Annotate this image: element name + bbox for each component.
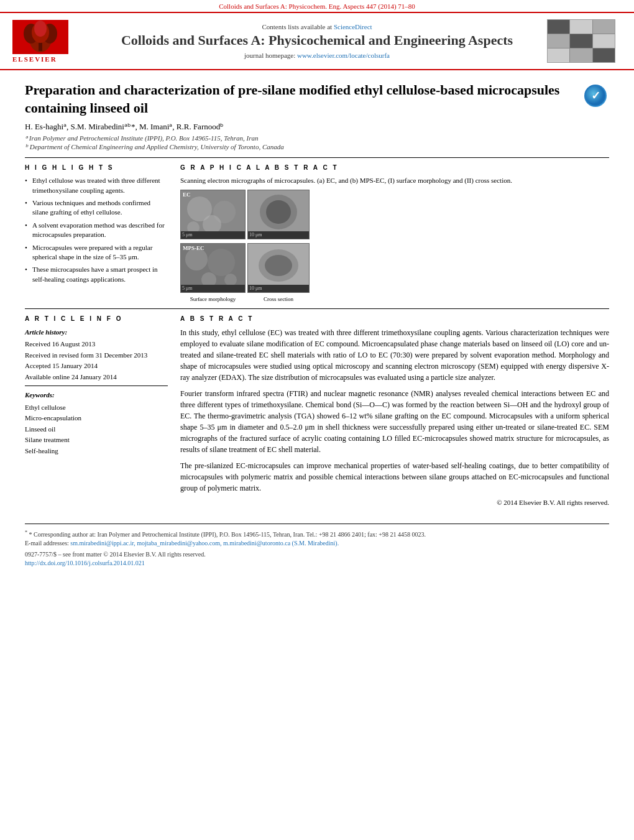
micro-cell-mps-cross: 10 μm xyxy=(247,243,310,293)
thumb-cell-9 xyxy=(593,48,615,62)
affiliation-a: ᵃ Iran Polymer and Petrochemical Institu… xyxy=(25,134,609,142)
section-divider-1 xyxy=(25,157,609,158)
micro-row-2: MPS-EC 5 μm xyxy=(180,243,609,293)
elsevier-label: ELSEVIER xyxy=(12,55,57,63)
journal-title: Colloids and Surfaces A: Physicochemical… xyxy=(93,32,541,50)
svg-point-19 xyxy=(208,249,235,276)
crossmark-logo: ✓ xyxy=(584,85,609,109)
highlight-item-2: Various techniques and methods confirmed… xyxy=(25,198,168,218)
footer-note-text: * Corresponding author at: Iran Polymer … xyxy=(29,531,426,538)
elsevier-tree-svg xyxy=(12,20,68,54)
highlight-item-4: Microcapsules were prepared with a regul… xyxy=(25,243,168,262)
micro-cell-ec-cross: 10 μm xyxy=(247,190,310,239)
micro-row-1: EC 5 μm xyxy=(180,190,609,239)
footer-email: E-mail addresses: sm.mirabedini@ippi.ac.… xyxy=(25,539,609,548)
footer-email-label: E-mail addresses: xyxy=(25,540,69,547)
authors-text: H. Es-haghiᵃ, S.M. Mirabediniᵃᵇ*, M. Ima… xyxy=(25,122,224,131)
content-area: Preparation and characterization of pre-… xyxy=(0,70,634,517)
keyword-5: Self-healing xyxy=(25,446,168,457)
elsevier-tree-graphic xyxy=(12,20,68,54)
journal-thumbnail xyxy=(547,19,622,63)
affiliation-b: ᵇ Department of Chemical Engineering and… xyxy=(25,143,609,151)
svg-point-24 xyxy=(265,255,292,276)
highlight-item-5: These microcapsules have a smart prospec… xyxy=(25,265,168,284)
elsevier-logo: ELSEVIER xyxy=(12,20,87,63)
micro-scalebar-1: 5 μm xyxy=(182,232,193,238)
svg-point-16 xyxy=(266,200,291,224)
available-date: Available online 24 January 2014 xyxy=(25,372,168,382)
microscopy-images: EC 5 μm xyxy=(180,190,609,302)
keywords-heading: Keywords: xyxy=(25,390,168,400)
section-divider-2 xyxy=(25,308,609,309)
footnote-star: * xyxy=(25,530,27,535)
micro-label-ec: EC xyxy=(183,192,191,198)
graphical-abstract-caption: Scanning electron micrographs of microca… xyxy=(180,176,609,185)
footer-note: * * Corresponding author at: Iran Polyme… xyxy=(25,529,609,539)
micro-cell-ec-surface: EC 5 μm xyxy=(180,190,246,239)
graphical-abstract-column: G R A P H I C A L A B S T R A C T Scanni… xyxy=(180,164,609,302)
thumb-cell-5 xyxy=(570,34,592,48)
highlight-item-3: A solvent evaporation method was describ… xyxy=(25,221,168,240)
svg-point-21 xyxy=(224,274,237,286)
micro-scalebar-4: 10 μm xyxy=(249,285,262,291)
thumb-cell-2 xyxy=(570,20,592,34)
journal-citation-text: Colloids and Surfaces A: Physicochem. En… xyxy=(219,2,415,10)
journal-thumb-image xyxy=(547,19,615,63)
accepted-date: Accepted 15 January 2014 xyxy=(25,361,168,371)
contents-available: Contents lists available at ScienceDirec… xyxy=(93,23,541,30)
article-info-column: A R T I C L E I N F O Article history: R… xyxy=(25,315,168,506)
abstract-column: A B S T R A C T In this study, ethyl cel… xyxy=(180,315,609,506)
footer-email-links[interactable]: sm.mirabedini@ippi.ac.ir, mojtaba_mirabe… xyxy=(70,540,339,547)
article-info-abstract-columns: A R T I C L E I N F O Article history: R… xyxy=(25,315,609,506)
footer-doi-link[interactable]: http://dx.doi.org/10.1016/j.colsurfa.201… xyxy=(25,560,145,566)
received-date: Received 16 August 2013 xyxy=(25,339,168,349)
micro-scalebar-3: 5 μm xyxy=(182,285,193,291)
svg-point-18 xyxy=(185,248,208,270)
micro-cell-mps-surface: MPS-EC 5 μm xyxy=(180,243,246,293)
svg-text:✓: ✓ xyxy=(591,90,600,102)
abstract-para-1: In this study, ethyl cellulose (EC) was … xyxy=(180,327,609,383)
micro-labels-row: Surface morphology Cross section xyxy=(180,296,609,302)
abstract-para-3: The pre-silanized EC-microcapsules can i… xyxy=(180,460,609,494)
highlights-column: H I G H L I G H T S Ethyl cellulose was … xyxy=(25,164,168,302)
highlight-item-1: Ethyl cellulose was treated with three d… xyxy=(25,176,168,195)
thumb-cell-3 xyxy=(593,20,615,34)
journal-header: ELSEVIER Contents lists available at Sci… xyxy=(0,13,634,70)
keyword-3: Linseed oil xyxy=(25,424,168,435)
article-history-heading: Article history: xyxy=(25,327,168,338)
footer-issn: 0927-7757/$ – see front matter © 2014 El… xyxy=(25,551,609,558)
section-divider-3 xyxy=(25,385,168,386)
journal-title-section: Contents lists available at ScienceDirec… xyxy=(93,23,541,59)
journal-homepage-link[interactable]: www.elsevier.com/locate/colsurfa xyxy=(297,52,390,59)
svg-rect-4 xyxy=(39,42,42,51)
keyword-1: Ethyl cellulose xyxy=(25,402,168,413)
revised-date: Received in revised form 31 December 201… xyxy=(25,350,168,361)
micro-label-right: Cross section xyxy=(247,296,310,302)
keywords-list: Ethyl cellulose Micro-encapsulation Lins… xyxy=(25,402,168,457)
thumb-cell-8 xyxy=(570,48,592,62)
abstract-text: In this study, ethyl cellulose (EC) was … xyxy=(180,327,609,494)
crossmark-svg: ✓ xyxy=(585,85,606,106)
article-info-content: Article history: Received 16 August 2013… xyxy=(25,327,168,457)
paper-title-section: Preparation and characterization of pre-… xyxy=(25,81,609,117)
sciencedirect-link[interactable]: ScienceDirect xyxy=(334,23,372,30)
thumb-cell-7 xyxy=(548,48,569,62)
article-info-heading: A R T I C L E I N F O xyxy=(25,315,168,322)
highlights-abstract-columns: H I G H L I G H T S Ethyl cellulose was … xyxy=(25,164,609,302)
affiliations: ᵃ Iran Polymer and Petrochemical Institu… xyxy=(25,134,609,151)
micro-label-left: Surface morphology xyxy=(180,296,246,302)
page: Colloids and Surfaces A: Physicochem. En… xyxy=(0,0,634,840)
elsevier-logo-section: ELSEVIER xyxy=(12,20,87,63)
thumb-cell-6 xyxy=(593,34,615,48)
journal-citation-bar: Colloids and Surfaces A: Physicochem. En… xyxy=(0,0,634,13)
highlights-heading: H I G H L I G H T S xyxy=(25,164,168,171)
graphical-abstract-heading: G R A P H I C A L A B S T R A C T xyxy=(180,164,609,171)
thumb-cell-1 xyxy=(548,20,569,34)
footer-area: * * Corresponding author at: Iran Polyme… xyxy=(25,524,609,568)
footer-doi-container: http://dx.doi.org/10.1016/j.colsurfa.201… xyxy=(25,558,609,568)
crossmark-circle: ✓ xyxy=(584,85,607,107)
keyword-4: Silane treatment xyxy=(25,435,168,446)
abstract-para-2: Fourier transform infrared spectra (FTIR… xyxy=(180,388,609,455)
micro-label-mps: MPS-EC xyxy=(183,245,204,251)
copyright-line: © 2014 Elsevier B.V. All rights reserved… xyxy=(180,499,609,506)
